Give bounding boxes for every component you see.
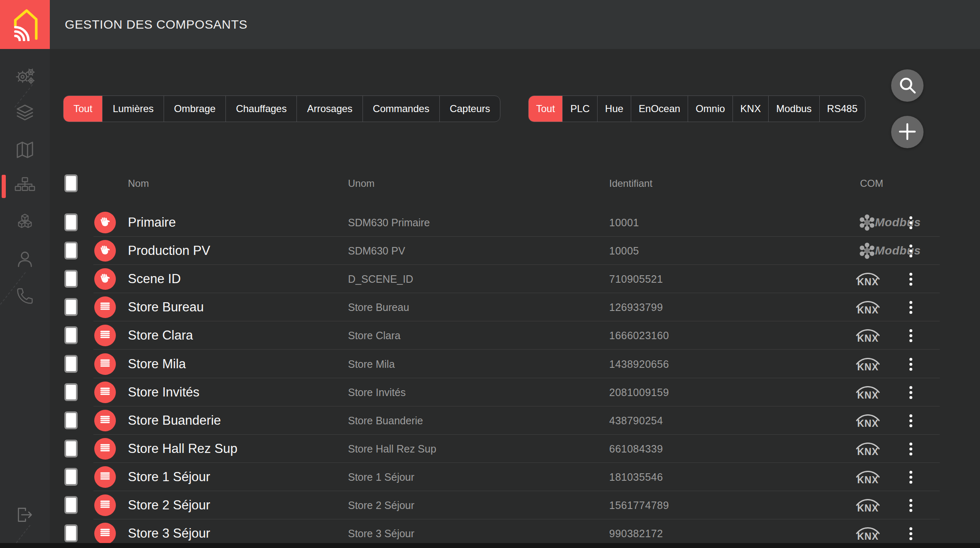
row-checkbox[interactable]	[64, 468, 78, 486]
component-identifiant: 181035546	[609, 463, 663, 491]
row-checkbox[interactable]	[64, 383, 78, 401]
category-tab-ombrage[interactable]: Ombrage	[164, 96, 225, 122]
row-checkbox[interactable]	[64, 326, 78, 344]
user-icon	[13, 248, 37, 271]
protocol-tab-rs485[interactable]: RS485	[819, 96, 865, 122]
row-menu-button[interactable]	[909, 216, 912, 229]
row-menu-button[interactable]	[909, 443, 912, 455]
row-checkbox[interactable]	[64, 440, 78, 457]
row-checkbox[interactable]	[64, 213, 78, 231]
sidebar-item-settings[interactable]	[0, 64, 50, 89]
svg-text:KNX: KNX	[857, 418, 879, 429]
table-row: Store InvitésStore Invités2081009159 KNX	[50, 378, 980, 406]
knx-logo: KNX	[855, 299, 881, 318]
knx-logo: KNX	[855, 271, 881, 289]
component-name[interactable]: Store Buanderie	[128, 406, 221, 435]
blinds-icon	[98, 328, 112, 343]
row-menu-button[interactable]	[909, 499, 912, 512]
svg-text:KNX: KNX	[857, 390, 879, 401]
sidebar-item-users[interactable]	[0, 247, 50, 272]
topbar: GESTION DES COMPOSANTS	[0, 0, 980, 49]
component-name[interactable]: Store Mila	[128, 350, 186, 378]
logout-icon	[14, 504, 36, 526]
component-type-badge	[94, 353, 116, 375]
component-identifiant: 661084339	[609, 435, 663, 463]
app-logo[interactable]	[0, 0, 50, 49]
component-name[interactable]: Store Clara	[128, 321, 193, 350]
row-checkbox[interactable]	[64, 411, 78, 429]
column-header: Unom	[348, 169, 375, 198]
row-menu-button[interactable]	[909, 301, 912, 314]
component-unom: Store Buanderie	[348, 406, 423, 435]
category-tab-lumi-res[interactable]: Lumières	[102, 96, 164, 122]
row-menu-button[interactable]	[909, 273, 912, 286]
row-menu-button[interactable]	[909, 386, 912, 399]
protocol-tab-enocean[interactable]: EnOcean	[631, 96, 688, 122]
row-menu-button[interactable]	[909, 527, 912, 540]
component-name[interactable]: Store 2 Séjour	[128, 491, 210, 519]
category-tab-arrosages[interactable]: Arrosages	[296, 96, 362, 122]
blinds-icon	[98, 441, 112, 457]
svg-text:KNX: KNX	[857, 333, 879, 344]
component-name[interactable]: Store Invités	[128, 378, 199, 406]
sidebar-item-phone[interactable]	[0, 284, 50, 308]
table-row: Store ClaraStore Clara1666023160 KNX	[50, 321, 980, 350]
component-identifiant: 10005	[609, 237, 639, 265]
page-title: GESTION DES COMPOSANTS	[65, 17, 247, 32]
component-type-badge	[94, 494, 116, 516]
plus-icon	[898, 122, 917, 142]
svg-text:KNX: KNX	[857, 305, 879, 316]
component-type-badge	[94, 240, 116, 262]
category-tab-chauffages[interactable]: Chauffages	[225, 96, 296, 122]
component-type-badge	[94, 382, 116, 403]
protocol-tab-omnio[interactable]: Omnio	[688, 96, 733, 122]
search-button[interactable]	[891, 69, 924, 102]
row-menu-button[interactable]	[909, 471, 912, 484]
component-name[interactable]: Store Bureau	[128, 293, 204, 321]
protocol-tab-knx[interactable]: KNX	[733, 96, 768, 122]
row-menu-button[interactable]	[909, 329, 912, 342]
component-type-badge	[94, 212, 116, 233]
category-tab-tout[interactable]: Tout	[64, 96, 102, 122]
main-content: ToutLumièresOmbrageChauffagesArrosagesCo…	[50, 49, 980, 548]
knx-logo: KNX	[855, 526, 881, 544]
component-type-badge	[94, 523, 116, 544]
sidebar-item-logout[interactable]	[0, 502, 50, 527]
protocol-tab-tout[interactable]: Tout	[529, 96, 562, 122]
row-menu-button[interactable]	[909, 245, 912, 257]
component-type-badge	[94, 466, 116, 488]
protocol-tab-modbus[interactable]: Modbus	[768, 96, 819, 122]
category-tab-commandes[interactable]: Commandes	[363, 96, 439, 122]
table-row: PrimaireSDM630 Primaire10001 Modbus	[50, 208, 980, 237]
component-type-badge	[94, 268, 116, 290]
sidebar-item-layers[interactable]	[0, 101, 50, 126]
row-checkbox[interactable]	[64, 524, 78, 542]
row-menu-button[interactable]	[909, 414, 912, 427]
component-name[interactable]: Store Hall Rez Sup	[128, 435, 238, 463]
sidebar-item-map[interactable]	[0, 137, 50, 162]
sidebar-item-components[interactable]	[0, 174, 50, 199]
protocol-tab-plc[interactable]: PLC	[562, 96, 597, 122]
hand-icon	[98, 215, 112, 230]
row-checkbox[interactable]	[64, 298, 78, 316]
knx-logo: KNX	[855, 441, 881, 459]
sidebar	[0, 49, 50, 548]
row-checkbox[interactable]	[64, 270, 78, 288]
component-name[interactable]: Store 1 Séjour	[128, 463, 210, 491]
component-name[interactable]: Scene ID	[128, 265, 181, 293]
select-all-checkbox[interactable]	[64, 174, 78, 192]
knx-logo: KNX	[855, 497, 881, 516]
component-name[interactable]: Production PV	[128, 237, 210, 265]
add-component-button[interactable]	[891, 116, 924, 148]
component-identifiant: 10001	[609, 208, 639, 237]
row-menu-button[interactable]	[909, 358, 912, 371]
row-checkbox[interactable]	[64, 242, 78, 259]
category-tab-capteurs[interactable]: Capteurs	[439, 96, 500, 122]
table-header: NomUnomIdentifiantCOM	[50, 169, 980, 198]
hand-icon	[98, 272, 112, 286]
protocol-tab-hue[interactable]: Hue	[597, 96, 631, 122]
row-checkbox[interactable]	[64, 496, 78, 514]
component-name[interactable]: Primaire	[128, 208, 176, 237]
sidebar-item-modules[interactable]	[0, 210, 50, 235]
row-checkbox[interactable]	[64, 355, 78, 373]
